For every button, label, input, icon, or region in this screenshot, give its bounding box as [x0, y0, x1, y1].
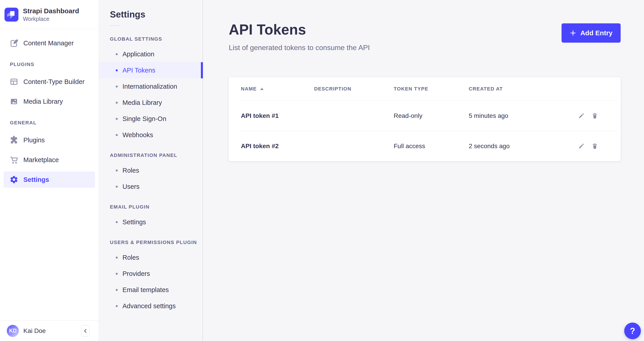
column-header-created-at: CREATED AT: [469, 86, 578, 92]
subnav-item-label: Roles: [122, 254, 139, 261]
column-header-description: DESCRIPTION: [314, 86, 394, 92]
bullet-icon: [116, 169, 118, 172]
sidebar-item-plugins[interactable]: Plugins: [4, 132, 95, 148]
token-name: API token #1: [241, 112, 314, 119]
help-button[interactable]: ?: [624, 323, 641, 339]
subnav-item-label: API Tokens: [122, 67, 155, 74]
subnav-item-single-sign-on[interactable]: Single Sign-On: [99, 111, 202, 127]
subnav-item-api-tokens[interactable]: API Tokens: [99, 62, 202, 78]
delete-button[interactable]: [592, 112, 598, 119]
sidebar-section-plugins: PLUGINS: [10, 61, 99, 67]
edit-button[interactable]: [578, 143, 585, 149]
subnav-item-label: Settings: [122, 218, 146, 226]
sidebar-item-content-manager[interactable]: Content Manager: [4, 35, 95, 51]
strapi-logo-icon: [4, 8, 18, 21]
subnav-section-administration-panel: ADMINISTRATION PANEL: [110, 152, 202, 158]
bullet-icon: [116, 118, 118, 120]
trash-icon: [592, 143, 598, 149]
main-sidebar: Strapi Dashboard Workplace Content Manag…: [0, 0, 99, 341]
subnav-section-users-permissions-plugin: USERS & PERMISSIONS PLUGIN: [110, 240, 202, 245]
bullet-icon: [116, 85, 118, 87]
subnav-item-up-advanced-settings[interactable]: Advanced settings: [99, 298, 202, 314]
sidebar-section-general: GENERAL: [10, 120, 99, 126]
delete-button[interactable]: [592, 143, 598, 149]
bullet-icon: [116, 305, 118, 307]
table-row[interactable]: API token #2 Full access 2 seconds ago: [229, 131, 621, 161]
workspace-subtitle: Workplace: [23, 16, 79, 22]
bullet-icon: [116, 102, 118, 104]
subnav-item-admin-roles[interactable]: Roles: [99, 162, 202, 178]
trash-icon: [592, 112, 598, 119]
workspace-title: Strapi Dashboard: [23, 7, 79, 15]
user-row: KD Kai Doe: [0, 320, 99, 341]
main-content: API Tokens List of generated tokens to c…: [203, 0, 644, 341]
settings-gear-icon: [10, 175, 18, 184]
sort-ascending-icon: [260, 88, 264, 90]
subnav-item-email-settings[interactable]: Settings: [99, 214, 202, 230]
sidebar-item-settings[interactable]: Settings: [4, 172, 95, 188]
sidebar-item-label: Marketplace: [23, 156, 59, 164]
sidebar-item-label: Settings: [23, 176, 49, 183]
token-type: Full access: [394, 143, 469, 150]
sidebar-item-media-library[interactable]: Media Library: [4, 93, 95, 110]
chevron-left-icon: [83, 329, 88, 333]
subnav-item-label: Providers: [122, 270, 150, 278]
subnav-item-label: Application: [122, 50, 154, 58]
subnav-section-email-plugin: EMAIL PLUGIN: [110, 204, 202, 210]
settings-subnav: Settings GLOBAL SETTINGS Application API…: [99, 0, 203, 341]
page-subtitle: List of generated tokens to consume the …: [229, 43, 621, 52]
subnav-item-up-email-templates[interactable]: Email templates: [99, 282, 202, 298]
subnav-item-label: Media Library: [122, 99, 162, 106]
token-type: Read-only: [394, 112, 469, 119]
sidebar-item-label: Media Library: [23, 98, 63, 105]
subnav-item-webhooks[interactable]: Webhooks: [99, 127, 202, 143]
add-entry-button[interactable]: Add Entry: [562, 23, 621, 43]
subnav-section-global-settings: GLOBAL SETTINGS: [110, 36, 202, 42]
bullet-icon: [116, 273, 118, 275]
table-row[interactable]: API token #1 Read-only 5 minutes ago: [229, 101, 621, 131]
token-created-at: 5 minutes ago: [469, 112, 578, 119]
subnav-item-label: Single Sign-On: [122, 115, 166, 123]
bullet-icon: [116, 221, 118, 223]
bullet-icon: [116, 289, 118, 291]
question-mark-icon: ?: [630, 326, 635, 336]
subnav-item-label: Email templates: [122, 286, 169, 294]
subnav-item-label: Internationalization: [122, 83, 177, 90]
subnav-item-label: Roles: [122, 167, 139, 174]
bullet-icon: [116, 69, 118, 71]
subnav-item-internationalization[interactable]: Internationalization: [99, 78, 202, 94]
subnav-item-up-providers[interactable]: Providers: [99, 266, 202, 282]
content-type-builder-icon: [10, 77, 18, 86]
column-header-name[interactable]: NAME: [241, 86, 314, 92]
edit-button[interactable]: [578, 112, 585, 119]
plugins-icon: [10, 136, 18, 145]
add-entry-label: Add Entry: [580, 29, 612, 37]
user-name: Kai Doe: [23, 327, 46, 335]
content-manager-icon: [10, 39, 18, 48]
bullet-icon: [116, 53, 118, 55]
subnav-item-application[interactable]: Application: [99, 46, 202, 62]
token-created-at: 2 seconds ago: [469, 143, 578, 150]
subnav-item-admin-users[interactable]: Users: [99, 178, 202, 195]
subnav-title: Settings: [110, 9, 202, 19]
marketplace-icon: [10, 155, 18, 164]
subnav-item-up-roles[interactable]: Roles: [99, 249, 202, 266]
sidebar-item-content-type-builder[interactable]: Content-Type Builder: [4, 74, 95, 90]
collapse-sidebar-button[interactable]: [81, 325, 90, 337]
sidebar-item-label: Content Manager: [23, 39, 74, 47]
subnav-item-media-library[interactable]: Media Library: [99, 94, 202, 111]
table-header-row: NAME DESCRIPTION TOKEN TYPE CREATED AT: [229, 77, 621, 101]
pencil-icon: [578, 112, 585, 119]
bullet-icon: [116, 257, 118, 259]
api-tokens-table: NAME DESCRIPTION TOKEN TYPE CREATED AT A…: [229, 77, 621, 161]
avatar[interactable]: KD: [7, 325, 19, 337]
token-name: API token #2: [241, 143, 314, 150]
sidebar-item-marketplace[interactable]: Marketplace: [4, 152, 95, 168]
media-library-icon: [10, 97, 18, 106]
subnav-item-label: Advanced settings: [122, 302, 176, 310]
plus-icon: [570, 30, 576, 36]
subnav-item-label: Webhooks: [122, 131, 153, 139]
sidebar-item-label: Plugins: [23, 136, 45, 144]
column-header-token-type: TOKEN TYPE: [394, 86, 469, 92]
workspace-header[interactable]: Strapi Dashboard Workplace: [0, 0, 99, 29]
